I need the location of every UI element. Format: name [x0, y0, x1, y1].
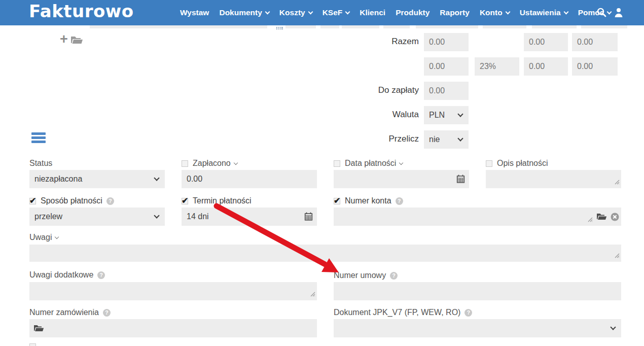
help-icon[interactable]: ? — [103, 309, 111, 317]
row-brutto-input[interactable] — [572, 57, 618, 76]
razem-label: Razem — [304, 37, 419, 47]
do-zaplaty-label: Do zapłaty — [304, 85, 419, 95]
sposob-platnosci-label-row: Sposób płatności ? — [29, 196, 114, 206]
przelicz-label: Przelicz — [304, 134, 419, 144]
opis-platnosci-label-row: Opis płatności — [486, 158, 548, 168]
row-netto-input[interactable] — [424, 57, 469, 76]
search-icon[interactable] — [596, 7, 607, 20]
termin-platnosci-value: 14 dni — [187, 212, 209, 221]
opis-platnosci-checkbox[interactable] — [486, 160, 492, 167]
help-icon[interactable]: ? — [464, 309, 472, 317]
sposob-platnosci-select[interactable]: przelew — [29, 207, 165, 226]
numer-zamowienia-label: Numer zamówienia — [29, 308, 99, 317]
chevron-down-icon — [563, 9, 568, 14]
chevron-down-icon[interactable] — [55, 234, 59, 238]
cutoff-input-fragment — [342, 25, 379, 28]
chevron-down-icon[interactable] — [399, 160, 403, 164]
clear-field-icon[interactable] — [611, 213, 619, 221]
nav-item-wystaw[interactable]: Wystaw — [180, 8, 209, 17]
zaplacono-input[interactable] — [182, 170, 317, 188]
chevron-down-icon — [457, 135, 463, 141]
user-icon[interactable] — [614, 7, 624, 20]
opis-platnosci-textarea[interactable] — [486, 170, 621, 188]
do-zaplaty-input[interactable] — [424, 82, 469, 100]
data-platnosci-input[interactable] — [334, 170, 469, 188]
zaplacono-label-row: Zapłacono — [182, 158, 237, 168]
data-platnosci-label: Data płatności — [345, 159, 396, 168]
przelicz-select[interactable]: nie — [424, 130, 469, 149]
cutoff-checkbox[interactable] — [29, 343, 36, 346]
nav-item-label: Wystaw — [180, 8, 209, 17]
resize-grip-icon[interactable] — [615, 178, 620, 187]
waluta-select[interactable]: PLN — [424, 106, 469, 124]
chevron-down-icon — [457, 111, 463, 117]
cutoff-input-fragment — [532, 25, 577, 28]
calendar-icon[interactable] — [456, 175, 465, 183]
open-folder-icon[interactable] — [70, 35, 83, 45]
resize-grip-icon[interactable] — [310, 290, 315, 299]
razem-brutto-input[interactable] — [572, 33, 618, 51]
uwagi-textarea[interactable] — [29, 245, 621, 262]
sposob-platnosci-selected-value: przelew — [34, 212, 62, 221]
calendar-icon[interactable] — [304, 212, 313, 221]
resize-grip-icon[interactable] — [588, 215, 593, 224]
uwagi-dodatkowe-label: Uwagi dodatkowe — [29, 270, 93, 280]
cutoff-input-fragment — [383, 25, 410, 28]
waluta-selected-value: PLN — [429, 111, 445, 120]
nav-item-ksef[interactable]: KSeF — [323, 8, 350, 17]
cutoff-input-fragment — [285, 25, 316, 28]
help-icon[interactable]: ? — [396, 197, 403, 205]
nav-item-konto[interactable]: Konto — [480, 8, 510, 17]
nav-item-klienci[interactable]: Klienci — [360, 8, 385, 17]
data-platnosci-checkbox[interactable] — [334, 160, 340, 167]
status-select[interactable]: niezapłacona — [29, 170, 165, 188]
help-icon[interactable]: ? — [97, 271, 105, 279]
help-icon[interactable]: ? — [106, 197, 114, 205]
chevron-down-icon — [154, 213, 159, 218]
load-account-folder-icon[interactable] — [596, 213, 607, 221]
chevron-down-icon[interactable] — [233, 160, 237, 164]
numer-zamowienia-input[interactable] — [29, 319, 317, 337]
help-icon[interactable]: ? — [390, 272, 398, 280]
razem-vat-input[interactable] — [524, 33, 568, 51]
uwagi-dodatkowe-textarea[interactable] — [29, 282, 317, 300]
row-vat-input[interactable] — [524, 57, 568, 76]
uwagi-label-row: Uwagi — [29, 232, 58, 243]
nav-item-label: Koszty — [279, 8, 305, 17]
sposob-platnosci-checkbox[interactable] — [29, 198, 36, 204]
status-label: Status — [29, 158, 52, 168]
termin-platnosci-checkbox[interactable] — [182, 198, 188, 204]
termin-platnosci-input[interactable]: 14 dni — [182, 207, 317, 226]
chevron-down-icon — [308, 9, 313, 14]
data-platnosci-label-row: Data płatności — [334, 158, 403, 168]
numer-umowy-label: Numer umowy — [334, 271, 386, 280]
nav-item-label: Klienci — [360, 8, 385, 17]
termin-platnosci-label: Termin płatności — [193, 196, 252, 205]
nav-item-produkty[interactable]: Produkty — [396, 8, 430, 17]
app-logo[interactable]: Fakturowo — [29, 1, 134, 21]
numer-umowy-input[interactable] — [334, 282, 621, 300]
chevron-down-icon — [607, 9, 612, 14]
status-selected-value: niezapłacona — [34, 175, 82, 184]
numer-konta-textarea[interactable] — [334, 207, 621, 226]
row-vat-rate-input[interactable] — [475, 57, 519, 76]
numer-konta-checkbox[interactable] — [334, 198, 340, 204]
zaplacono-checkbox[interactable] — [182, 160, 188, 167]
nav-item-label: Konto — [480, 8, 503, 17]
nav-item-koszty[interactable]: Koszty — [279, 8, 312, 17]
cutoff-input-fragment — [483, 25, 526, 28]
section-menu-icon[interactable] — [31, 132, 46, 145]
resize-grip-icon[interactable] — [615, 251, 620, 260]
uwagi-dodatkowe-label-row: Uwagi dodatkowe ? — [29, 270, 105, 280]
nav-item-raporty[interactable]: Raporty — [440, 8, 470, 17]
razem-netto-input[interactable] — [424, 33, 469, 51]
load-order-folder-icon[interactable] — [33, 324, 44, 332]
nav-item-ustawienia[interactable]: Ustawienia — [520, 8, 568, 17]
nav-item-dokumenty[interactable]: Dokumenty — [219, 8, 269, 17]
chevron-down-icon — [345, 9, 350, 14]
add-item-plus-icon[interactable]: + — [60, 31, 68, 47]
top-navbar: Fakturowo Wystaw Dokumenty Koszty KSeF K… — [0, 0, 644, 25]
uwagi-label: Uwagi — [29, 233, 52, 242]
zaplacono-label: Zapłacono — [193, 159, 231, 168]
dokument-jpk-select[interactable] — [334, 319, 621, 337]
